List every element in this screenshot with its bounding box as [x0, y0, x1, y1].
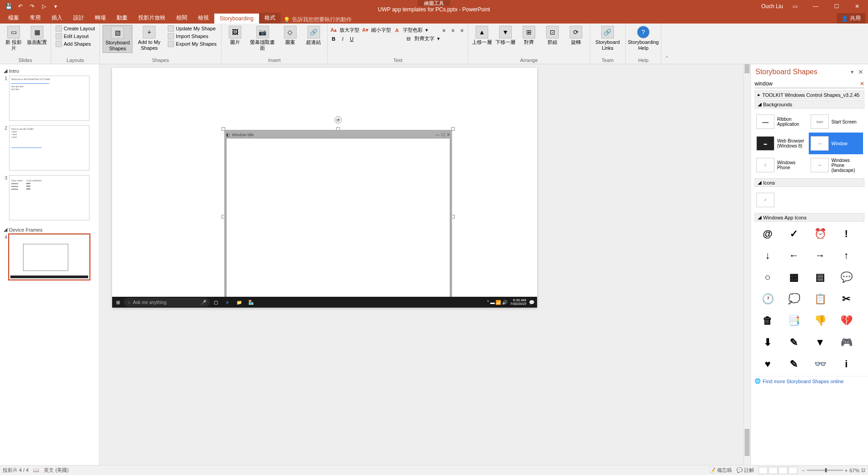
storyboard-shapes-button[interactable]: ▧Storyboard Shapes — [103, 25, 132, 53]
minimize-icon[interactable]: — — [807, 0, 825, 13]
tab-file[interactable]: 檔案 — [3, 12, 24, 24]
app-icon[interactable]: ✂ — [834, 289, 859, 309]
shrink-font-icon[interactable]: A▾ — [362, 27, 368, 33]
share-button[interactable]: 👤 共用 — [837, 13, 865, 24]
app-icon[interactable]: ▼ — [808, 332, 832, 352]
shape-windows-phone[interactable]: ▯Windows Phone — [755, 154, 809, 176]
app-icon[interactable]: 👓 — [808, 354, 832, 374]
tab-design[interactable]: 設計 — [68, 12, 90, 24]
tab-storyboarding[interactable]: Storyboarding — [214, 14, 259, 24]
insert-picture-button[interactable]: 🖼圖片 — [224, 25, 246, 46]
slide-thumbnail-panel[interactable]: ◢ Intro 1Welcome to the PowerPoint UX To… — [0, 64, 99, 465]
app-icon[interactable]: ← — [782, 246, 806, 266]
app-icon[interactable]: → — [808, 246, 832, 266]
close-icon[interactable]: ✕ — [848, 0, 866, 13]
align-text-icon[interactable]: ⊟ — [406, 36, 412, 42]
slide-thumbnail-2[interactable]: How to use the Toolkit• item• item• item — [9, 125, 90, 171]
scrollbar-thumb[interactable] — [745, 429, 750, 456]
bring-forward-button[interactable]: ▲上移一層 — [471, 25, 493, 46]
pane-search[interactable]: ✕ — [755, 80, 864, 88]
tell-me-search[interactable]: 💡 告訴我您想要執行的動作 — [283, 16, 352, 24]
app-icon[interactable]: 💬 — [834, 267, 859, 287]
slide-counter[interactable]: 投影片 4 / 4 — [3, 467, 28, 474]
underline-button[interactable]: U — [349, 36, 355, 42]
shape-window[interactable]: ▭Window — [809, 133, 863, 154]
shape-start-screen[interactable]: StartStart Screen — [809, 111, 863, 133]
tab-format[interactable]: 格式 — [259, 12, 281, 24]
tab-transitions[interactable]: 轉場 — [90, 12, 111, 24]
start-from-beginning-icon[interactable]: ▷ — [39, 1, 49, 11]
storyboard-links-button[interactable]: 🔗Storyboard Links — [593, 25, 623, 52]
app-icon[interactable]: 📑 — [782, 311, 806, 331]
section-header-intro[interactable]: ◢ Intro — [3, 66, 96, 76]
zoom-out-icon[interactable]: − — [802, 468, 805, 473]
app-icon[interactable]: ⏰ — [808, 224, 832, 244]
collapse-ribbon-icon[interactable]: ˄ — [661, 24, 672, 64]
zoom-level[interactable]: 67% — [849, 468, 859, 473]
bold-button[interactable]: B — [330, 36, 337, 42]
fit-to-window-icon[interactable]: ⊡ — [861, 467, 865, 473]
qat-more-icon[interactable]: ▾ — [51, 1, 61, 11]
window-shape[interactable]: ◧ Window title — ☐ ✕ — [224, 130, 452, 304]
group-button[interactable]: ⊡群組 — [542, 25, 563, 46]
zoom-slider[interactable] — [807, 470, 843, 471]
normal-view-icon[interactable] — [759, 467, 768, 474]
toolkit-category[interactable]: ▸ TOOLKIT Windows Control Shapes_v3.2.45 — [755, 90, 864, 99]
app-icon[interactable]: ✎ — [782, 354, 806, 374]
sorter-view-icon[interactable] — [769, 467, 778, 474]
tab-insert[interactable]: 插入 — [46, 12, 68, 24]
app-icon[interactable]: 💭 — [782, 289, 806, 309]
align-right-icon[interactable]: ≡ — [459, 27, 465, 33]
insert-hyperlink-button[interactable]: 🔗超連結 — [303, 25, 325, 46]
slide-thumbnail-1[interactable]: Welcome to the PowerPoint UX Toolkittext… — [9, 76, 90, 121]
save-icon[interactable]: 💾 — [4, 1, 14, 11]
export-my-shapes-button[interactable]: Export My Shapes — [166, 40, 218, 48]
align-left-icon[interactable]: ≡ — [441, 27, 447, 33]
clear-search-icon[interactable]: ✕ — [860, 81, 864, 87]
user-name[interactable]: Ouch Liu — [761, 3, 783, 10]
app-icon[interactable]: ↑ — [834, 246, 859, 266]
create-layout-button[interactable]: Create Layout — [54, 25, 97, 32]
slide-editor[interactable]: ⟳ ◧ Window title — ☐ ✕ — [99, 64, 750, 465]
app-icon[interactable]: 🎮 — [834, 332, 859, 352]
section-header-device[interactable]: ◢ Device Frames — [3, 225, 96, 234]
spell-check-icon[interactable]: 📖 — [33, 467, 39, 473]
insert-screenshot-button[interactable]: 📷螢幕擷取畫面 — [248, 25, 278, 52]
app-icon[interactable]: 💔 — [834, 311, 859, 331]
app-icons-category[interactable]: ◢ Windows App Icons — [755, 213, 864, 222]
app-icon[interactable]: ✎ — [782, 332, 806, 352]
pane-footer-link[interactable]: 🌐 Find more Storyboard Shapes online — [751, 376, 868, 386]
app-icon[interactable]: 🗑 — [755, 311, 780, 331]
tab-review[interactable]: 校閱 — [171, 12, 193, 24]
insert-shapes-button[interactable]: ◇圖案 — [279, 25, 301, 46]
shape-ribbon-application[interactable]: ▬▬Ribbon Application — [755, 111, 809, 133]
app-icon[interactable]: @ — [755, 224, 780, 244]
new-slide-button[interactable]: ▭新 投影片 — [3, 25, 24, 52]
language-indicator[interactable]: 英文 (美國) — [44, 467, 68, 474]
tab-home[interactable]: 常用 — [24, 12, 46, 24]
tab-slideshow[interactable]: 投影片放映 — [133, 12, 171, 24]
app-icon[interactable]: i — [834, 354, 859, 374]
redo-icon[interactable]: ↷ — [27, 1, 37, 11]
layout-button[interactable]: ▦版面配置 — [26, 25, 48, 46]
pane-dropdown-icon[interactable]: ▾ — [851, 69, 854, 75]
comments-button[interactable]: 💬 註解 — [736, 467, 754, 474]
shape-windows-phone-landscape[interactable]: ▭Windows Phone (landscape) — [809, 154, 863, 176]
app-icon[interactable]: ↓ — [755, 246, 780, 266]
import-shapes-button[interactable]: Import Shapes — [166, 33, 218, 40]
app-icon[interactable]: ✓ — [782, 224, 806, 244]
align-button[interactable]: ⊞對齊 — [518, 25, 540, 46]
slide-thumbnail-4[interactable] — [9, 234, 90, 280]
app-icon[interactable]: 👎 — [808, 311, 832, 331]
slide-thumbnail-3[interactable]: Type styles▬▬▬▬▬▬▬▬▬Color swatches■■■■■■… — [9, 175, 90, 220]
scrollbar-thumb[interactable] — [745, 64, 750, 73]
app-icon[interactable]: ! — [834, 224, 859, 244]
shape-icon-expand[interactable]: ⤢ — [755, 189, 809, 211]
app-icon[interactable]: ○ — [755, 267, 780, 287]
icons-category[interactable]: ◢ Icons — [755, 178, 864, 187]
backgrounds-category[interactable]: ◢ Backgrounds — [755, 100, 864, 109]
rotate-handle-icon[interactable]: ⟳ — [335, 116, 342, 124]
add-to-my-shapes-button[interactable]: +Add to My Shapes — [134, 25, 164, 52]
tab-animations[interactable]: 動畫 — [111, 12, 133, 24]
edit-layout-button[interactable]: Edit Layout — [54, 33, 97, 40]
